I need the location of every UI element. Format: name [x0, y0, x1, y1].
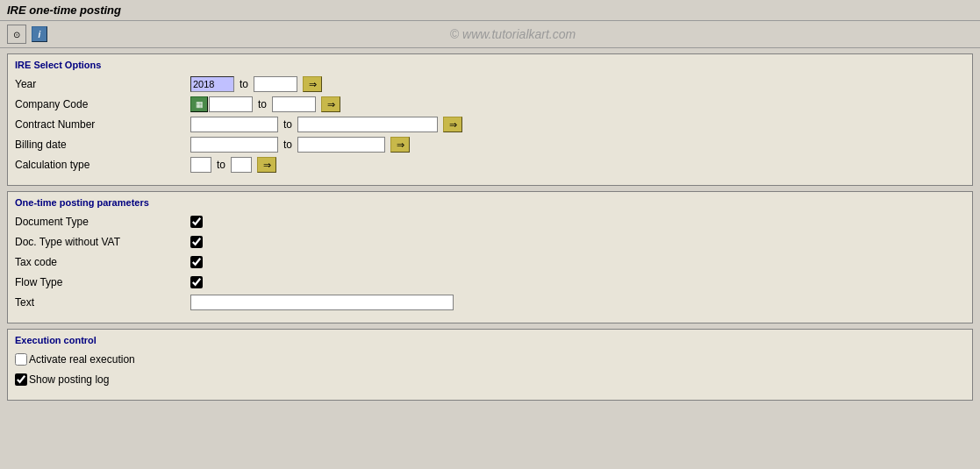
- doc-type-no-vat-checkbox-wrap: [190, 236, 203, 248]
- info-button[interactable]: i: [32, 26, 47, 42]
- company-code-arrow-button[interactable]: ⇒: [321, 96, 340, 112]
- contract-number-input[interactable]: [190, 117, 278, 132]
- billing-date-label: Billing date: [15, 139, 190, 151]
- billing-date-arrow-button[interactable]: ⇒: [390, 137, 410, 153]
- show-posting-row: Show posting log: [15, 371, 965, 388]
- calculation-type-to-input[interactable]: [231, 157, 252, 173]
- flow-type-checkbox[interactable]: [190, 276, 203, 288]
- document-type-row: Document Type: [15, 213, 965, 231]
- execution-title: Execution control: [15, 335, 965, 345]
- tax-code-label: Tax code: [15, 256, 190, 268]
- flow-type-row: Flow Type: [15, 274, 965, 291]
- activate-real-row: Activate real execution: [15, 351, 965, 368]
- one-time-section: One-time posting parameters Document Typ…: [7, 191, 973, 323]
- show-posting-checkbox[interactable]: [15, 373, 27, 386]
- billing-date-row: Billing date to ⇒: [15, 136, 965, 153]
- doc-type-no-vat-checkbox[interactable]: [190, 236, 203, 248]
- tax-code-row: Tax code: [15, 253, 965, 271]
- calculation-type-to-label: to: [217, 159, 225, 171]
- back-icon: ⊙: [13, 30, 20, 39]
- info-icon: i: [39, 30, 41, 39]
- execution-section: Execution control Activate real executio…: [7, 329, 973, 401]
- show-posting-label: Show posting log: [29, 373, 109, 386]
- tax-code-checkbox-wrap: [190, 256, 203, 268]
- ire-select-title: IRE Select Options: [15, 60, 965, 70]
- ire-select-section: IRE Select Options Year to ⇒ Company Cod…: [7, 53, 973, 186]
- text-label: Text: [15, 296, 190, 309]
- text-input[interactable]: [190, 295, 454, 310]
- tax-code-checkbox[interactable]: [190, 256, 203, 268]
- back-button[interactable]: ⊙: [7, 25, 26, 44]
- year-to-input[interactable]: [254, 76, 297, 92]
- year-to-label: to: [240, 78, 248, 90]
- activate-real-label: Activate real execution: [29, 353, 135, 366]
- show-posting-checkbox-wrap: [15, 373, 27, 386]
- one-time-title: One-time posting parameters: [15, 197, 965, 208]
- company-code-input[interactable]: [209, 96, 253, 112]
- company-code-label: Company Code: [15, 98, 190, 110]
- contract-number-label: Contract Number: [15, 118, 190, 131]
- contract-number-arrow-button[interactable]: ⇒: [443, 117, 462, 132]
- billing-date-input[interactable]: [190, 137, 278, 153]
- calculation-type-arrow-button[interactable]: ⇒: [257, 157, 276, 173]
- year-input[interactable]: [190, 76, 234, 92]
- page-title: IRE one-time posting: [7, 4, 121, 17]
- company-code-row: Company Code ▦ to ⇒: [15, 96, 965, 113]
- company-code-to-label: to: [258, 98, 267, 110]
- flow-type-label: Flow Type: [15, 276, 190, 288]
- company-code-to-input[interactable]: [272, 96, 316, 112]
- activate-real-checkbox[interactable]: [15, 353, 27, 366]
- company-code-lookup-button[interactable]: ▦: [190, 96, 208, 112]
- main-content: IRE Select Options Year to ⇒ Company Cod…: [0, 48, 980, 411]
- flow-type-checkbox-wrap: [190, 276, 203, 288]
- year-row: Year to ⇒: [15, 75, 965, 93]
- doc-type-no-vat-label: Doc. Type without VAT: [15, 236, 190, 248]
- year-arrow-button[interactable]: ⇒: [303, 76, 322, 92]
- contract-number-to-input[interactable]: [297, 117, 438, 132]
- activate-real-checkbox-wrap: [15, 353, 27, 366]
- billing-date-to-input[interactable]: [297, 137, 385, 153]
- title-bar: IRE one-time posting: [0, 0, 980, 21]
- watermark-text: © www.tutorialkart.com: [53, 27, 973, 41]
- contract-number-to-label: to: [283, 118, 292, 131]
- calculation-type-label: Calculation type: [15, 159, 190, 171]
- calculation-type-row: Calculation type to ⇒: [15, 156, 965, 174]
- toolbar: ⊙ i © www.tutorialkart.com: [0, 21, 980, 48]
- contract-number-row: Contract Number to ⇒: [15, 116, 965, 133]
- doc-type-no-vat-row: Doc. Type without VAT: [15, 233, 965, 251]
- document-type-label: Document Type: [15, 216, 190, 228]
- document-type-checkbox[interactable]: [190, 216, 203, 228]
- year-label: Year: [15, 78, 190, 90]
- calculation-type-input[interactable]: [190, 157, 211, 173]
- text-row: Text: [15, 294, 965, 311]
- document-type-checkbox-wrap: [190, 216, 203, 228]
- billing-date-to-label: to: [283, 139, 292, 151]
